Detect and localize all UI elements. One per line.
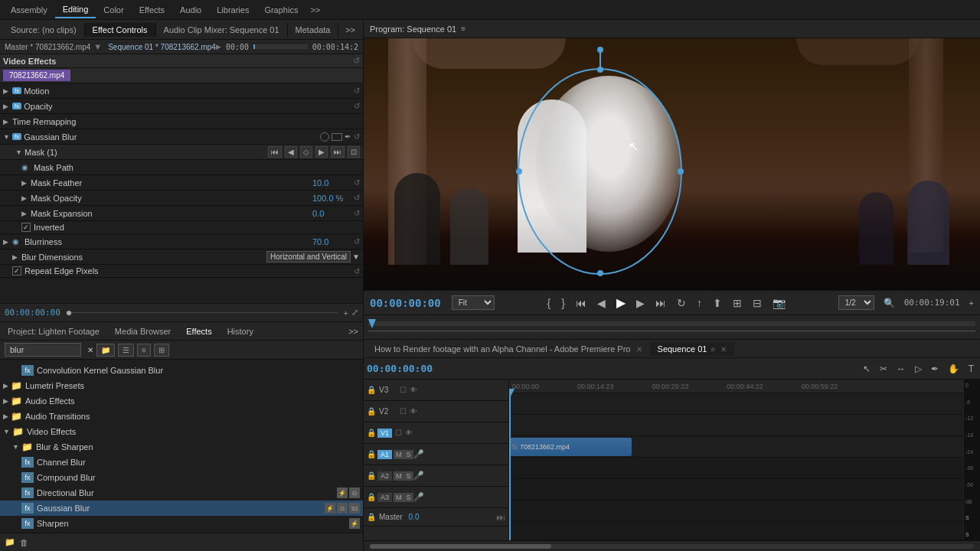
mask-feather-expand[interactable]: ▶ xyxy=(21,179,31,187)
effect-convolution-kernel[interactable]: fx Convolution Kernel Gaussian Blur xyxy=(0,363,363,378)
v3-lock-btn[interactable]: 🔒 xyxy=(367,386,376,394)
audio-transitions-expand[interactable]: ▶ xyxy=(3,412,8,420)
v1-lock-btn[interactable]: 🔒 xyxy=(367,429,376,437)
blurriness-expand[interactable]: ▶ xyxy=(3,238,12,246)
effect-directional-blur[interactable]: fx Directional Blur ⚡ G xyxy=(0,485,363,500)
a1-mute-btn[interactable]: M xyxy=(394,450,404,459)
mark-in-btn[interactable]: { xyxy=(544,295,554,311)
mask-btn-add-keyframe[interactable]: ◇ xyxy=(300,146,312,158)
new-item-btn[interactable]: ☰ xyxy=(118,344,134,357)
lumetri-expand[interactable]: ▶ xyxy=(3,382,8,390)
master-track[interactable] xyxy=(509,522,980,540)
mask-btn-prev[interactable]: ◀ xyxy=(285,146,297,158)
mask-btn-rewind[interactable]: ⏮ xyxy=(268,146,282,158)
scrubber-playhead[interactable] xyxy=(368,319,376,328)
extract-btn[interactable]: ⬆ xyxy=(710,295,725,311)
a2-mute-btn[interactable]: M xyxy=(394,471,404,481)
inverted-checkbox[interactable]: ✓ xyxy=(21,223,31,232)
nav-effects[interactable]: Effects xyxy=(132,2,172,18)
a2-solo-btn[interactable]: S xyxy=(404,471,413,481)
nav-color[interactable]: Color xyxy=(96,2,131,18)
overwrite-btn[interactable]: ⊟ xyxy=(750,295,765,311)
effect-gaussian-blur-tree[interactable]: fx Gaussian Blur ⚡ G 32 xyxy=(0,500,363,516)
video-clip-708213662[interactable]: fx 708213662.mp4 xyxy=(509,438,632,456)
blurriness-reset[interactable]: ↺ xyxy=(354,237,360,246)
timeline-scrollbar[interactable] xyxy=(364,540,980,551)
mask-feather-value[interactable]: 10.0 xyxy=(312,178,351,187)
monitor-scrubber[interactable] xyxy=(364,315,980,339)
sequence-01-close[interactable]: ✕ xyxy=(720,345,727,354)
a2-track[interactable] xyxy=(509,479,980,500)
mask-btn-next[interactable]: ▶ xyxy=(315,146,328,158)
program-monitor-settings[interactable]: ≡ xyxy=(461,24,466,33)
a3-lock-btn[interactable]: 🔒 xyxy=(367,493,376,501)
motion-expand[interactable]: ▶ xyxy=(3,87,12,95)
folder-video-effects[interactable]: ▼ 📁 Video Effects xyxy=(0,424,363,439)
folder-blur-sharpen[interactable]: ▼ 📁 Blur & Sharpen xyxy=(0,439,363,455)
mask-expansion-expand[interactable]: ▶ xyxy=(21,210,31,217)
tab-audio-clip-mixer[interactable]: Audio Clip Mixer: Sequence 01 xyxy=(156,23,288,37)
v1-eye-btn[interactable]: 👁 xyxy=(403,428,414,438)
opacity-reset[interactable]: ↺ xyxy=(354,102,360,110)
tabs-more[interactable]: >> xyxy=(341,23,360,37)
insert-btn[interactable]: ⊞ xyxy=(730,295,745,311)
mask-btn-track[interactable]: ⊡ xyxy=(348,146,360,158)
list-view-btn[interactable]: ≡ xyxy=(137,344,151,357)
nav-libraries[interactable]: Libraries xyxy=(209,2,256,18)
audio-effects-expand[interactable]: ▶ xyxy=(3,397,8,405)
video-effects-expand[interactable]: ▼ xyxy=(3,428,10,435)
gaussian-blur-expand[interactable]: ▼ xyxy=(3,133,12,141)
v3-toggle-btn[interactable]: ☐ xyxy=(398,385,408,395)
tab-sequence-01[interactable]: Sequence 01 ≡ ✕ xyxy=(650,342,735,356)
master-end-btn[interactable]: ⏭ xyxy=(496,512,505,523)
loop-btn[interactable]: ↻ xyxy=(674,295,689,311)
quality-select[interactable]: 1/2 Full 1/4 xyxy=(838,295,874,310)
new-bin-btn[interactable]: 📁 xyxy=(96,344,115,357)
new-bin-toolbar-btn[interactable]: 📁 xyxy=(5,537,15,547)
v1-toggle-btn[interactable]: ☐ xyxy=(394,428,403,438)
seq-track-select-tool[interactable]: ▷ xyxy=(912,362,925,376)
nav-editing[interactable]: Editing xyxy=(55,2,96,18)
play-btn[interactable]: ▶ xyxy=(613,294,629,311)
blurriness-value[interactable]: 70.0 xyxy=(312,237,351,246)
mask-feather-reset[interactable]: ↺ xyxy=(354,178,360,187)
a3-track[interactable] xyxy=(509,500,980,522)
a1-active-badge[interactable]: A1 xyxy=(377,450,392,459)
mask-opacity-expand[interactable]: ▶ xyxy=(21,194,31,202)
blur-dims-reset[interactable]: ↺ xyxy=(354,267,360,276)
go-to-in-btn[interactable]: ⏮ xyxy=(573,295,590,311)
blur-dims-expand[interactable]: ▶ xyxy=(12,253,21,261)
nav-more[interactable]: >> xyxy=(305,2,325,18)
a3-solo-btn[interactable]: S xyxy=(404,493,413,502)
tab-effect-controls[interactable]: Effect Controls xyxy=(85,23,156,37)
v2-eye-btn[interactable]: 👁 xyxy=(408,406,419,416)
folder-audio-transitions[interactable]: ▶ 📁 Audio Transitions xyxy=(0,409,363,424)
project-tabs-more[interactable]: >> xyxy=(344,324,363,338)
folder-lumetri-presets[interactable]: ▶ 📁 Lumetri Presets xyxy=(0,378,363,393)
tab-effects[interactable]: Effects xyxy=(178,324,219,338)
seq-selection-tool[interactable]: ↖ xyxy=(860,362,874,376)
a2-label[interactable]: A2 xyxy=(377,471,392,481)
v2-lock-btn[interactable]: 🔒 xyxy=(367,407,376,416)
seq-razor-tool[interactable]: ✂ xyxy=(877,362,890,376)
prev-frame-btn[interactable]: ◀ xyxy=(594,295,609,311)
opacity-expand[interactable]: ▶ xyxy=(3,103,12,110)
time-remapping-expand[interactable]: ▶ xyxy=(3,118,12,126)
add-keyframe-btn[interactable]: + xyxy=(344,308,348,318)
tab-media-browser[interactable]: Media Browser xyxy=(107,324,178,338)
go-to-out-btn[interactable]: ⏭ xyxy=(652,295,669,311)
v3-eye-btn[interactable]: 👁 xyxy=(408,385,419,395)
seq-pen-tool[interactable]: ✒ xyxy=(928,362,942,376)
mask-rect-tool[interactable] xyxy=(332,133,342,141)
seq-text-tool[interactable]: T xyxy=(965,362,977,376)
v1-active-badge[interactable]: V1 xyxy=(377,429,392,438)
effect-compound-blur[interactable]: fx Compound Blur xyxy=(0,470,363,485)
folder-audio-effects[interactable]: ▶ 📁 Audio Effects xyxy=(0,393,363,409)
icon-view-btn[interactable]: ⊞ xyxy=(154,344,169,357)
v2-track[interactable] xyxy=(509,415,980,436)
v2-toggle-btn[interactable]: ☐ xyxy=(398,406,408,416)
next-frame-btn[interactable]: ▶ xyxy=(633,295,648,311)
nav-audio[interactable]: Audio xyxy=(172,2,209,18)
export-frame-btn[interactable]: 📷 xyxy=(769,295,789,311)
a1-solo-btn[interactable]: S xyxy=(404,450,413,459)
